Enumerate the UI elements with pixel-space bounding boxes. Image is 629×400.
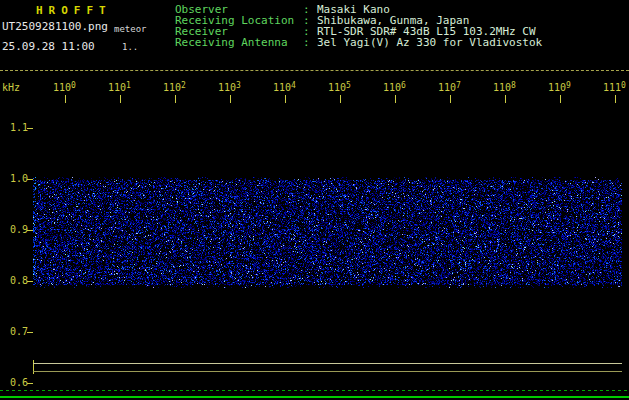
time-tick <box>285 95 286 103</box>
freq-tick-label: 0.9 <box>2 224 28 235</box>
time-tick-label: 1103 <box>218 82 241 93</box>
time-tick <box>65 95 66 103</box>
time-tick-label: 1104 <box>273 82 296 93</box>
hrofft-output-image: HROFFT UT2509281100.png meteor 25.09.28 … <box>0 0 629 400</box>
time-tick-label: 1110 <box>603 82 626 93</box>
time-tick-label: 1101 <box>108 82 131 93</box>
observation-datetime: 25.09.28 11:00 <box>2 40 95 53</box>
time-tick <box>560 95 561 103</box>
time-tick-label: 1107 <box>438 82 461 93</box>
freq-tick-label: 1.0 <box>2 173 28 184</box>
time-tick <box>230 95 231 103</box>
threshold-dashed-line <box>0 390 629 391</box>
info-row-antenna: Receiving Antenna : 3el Yagi(V) Az 330 f… <box>175 37 542 48</box>
level-trace-upper-line <box>33 363 622 364</box>
time-tick-label: 1109 <box>548 82 571 93</box>
time-tick-label: 1102 <box>163 82 186 93</box>
counter-label: 1.. <box>122 42 138 52</box>
freq-tick-label: 1.1 <box>2 122 28 133</box>
freq-tick-label: 0.6 <box>2 377 28 388</box>
info-label: Receiving Antenna <box>175 37 303 48</box>
time-tick <box>340 95 341 103</box>
info-separator: : <box>303 37 317 48</box>
time-tick-label: 1106 <box>383 82 406 93</box>
time-tick-label: 1100 <box>53 82 76 93</box>
time-tick <box>395 95 396 103</box>
freq-tick <box>27 383 33 384</box>
freq-axis-unit: kHz <box>2 82 20 93</box>
station-info: Observer : Masaki Kano Receiving Locatio… <box>175 4 542 48</box>
freq-tick-label: 0.8 <box>2 275 28 286</box>
time-tick-label: 1105 <box>328 82 351 93</box>
mode-label: meteor <box>114 24 147 34</box>
header-separator-line <box>0 70 629 71</box>
output-filename: UT2509281100.png <box>2 20 108 33</box>
info-value: 3el Yagi(V) Az 330 for Vladivostok <box>317 37 542 48</box>
spectrogram-canvas <box>33 104 622 362</box>
time-tick <box>450 95 451 103</box>
level-trace-baseline <box>33 371 622 372</box>
time-tick <box>120 95 121 103</box>
time-tick <box>175 95 176 103</box>
time-tick <box>505 95 506 103</box>
bottom-border-line <box>0 396 629 398</box>
app-title: HROFFT <box>36 4 112 17</box>
time-tick-label: 1108 <box>493 82 516 93</box>
freq-tick-label: 0.7 <box>2 326 28 337</box>
time-tick <box>615 95 616 103</box>
